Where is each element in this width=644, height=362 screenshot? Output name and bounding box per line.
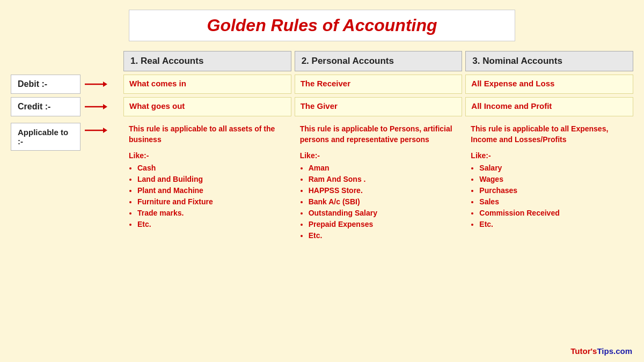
title-box: Golden Rules of Accounting	[129, 10, 515, 41]
debit-label: Debit :-	[11, 75, 80, 94]
svg-marker-1	[103, 82, 107, 87]
list-item: Sales	[479, 196, 628, 208]
credit-content: What goes out The Giver All Income and P…	[123, 97, 633, 116]
applicable-personal-desc: This rule is applicable to Persons, arti…	[295, 121, 463, 148]
applicable-row: Applicable to :- This rule is applicable…	[11, 121, 633, 243]
applicable-label: Applicable to :-	[11, 123, 80, 151]
col-header-nominal: 3. Nominal Accounts	[465, 51, 633, 71]
applicable-real-list: Like:- Cash Land and Building Plant and …	[123, 148, 291, 232]
list-item: Aman	[309, 162, 457, 174]
logo-tutor-text: Tutor's	[570, 346, 597, 356]
applicable-arrow	[80, 123, 111, 136]
like-label-personal: Like:-	[300, 150, 457, 161]
svg-marker-3	[103, 104, 107, 109]
headers-left-spacer	[11, 51, 123, 71]
list-item: HAPPSS Store.	[309, 185, 457, 196]
list-item: Ram And Sons .	[309, 174, 457, 185]
real-list: Cash Land and Building Plant and Machine…	[129, 162, 286, 230]
list-item: Salary	[479, 162, 628, 174]
list-item: Prepaid Expenses	[309, 219, 457, 230]
applicable-nominal-desc: This rule is applicable to all Expenses,…	[465, 121, 633, 148]
credit-label: Credit :-	[11, 97, 80, 116]
main-container: Golden Rules of Accounting 1. Real Accou…	[0, 0, 644, 362]
svg-marker-5	[103, 128, 107, 133]
list-item: Etc.	[479, 219, 628, 230]
applicable-real-col: This rule is applicable to all assets of…	[123, 121, 291, 232]
col-header-real: 1. Real Accounts	[123, 51, 291, 71]
applicable-real-desc: This rule is applicable to all assets of…	[123, 121, 291, 148]
debit-row: Debit :- What comes in The Receiver All …	[11, 75, 633, 94]
debit-content: What comes in The Receiver All Expense a…	[123, 75, 633, 94]
debit-arrow	[80, 79, 111, 90]
list-item: Commission Received	[479, 208, 628, 219]
credit-row: Credit :- What goes out The Giver All In…	[11, 97, 633, 116]
list-item: Etc.	[309, 230, 457, 241]
nominal-list: Salary Wages Purchases Sales Commission …	[471, 162, 628, 230]
credit-arrow	[80, 101, 111, 112]
bottom-logo: Tutor'sTips.com	[570, 346, 632, 356]
list-item: Outstanding Salary	[309, 208, 457, 219]
applicable-content: This rule is applicable to all assets of…	[123, 121, 633, 243]
applicable-arrow-icon	[84, 125, 107, 136]
list-item: Furniture and Fixture	[137, 196, 286, 208]
debit-row-left: Debit :-	[11, 75, 123, 94]
column-headers: 1. Real Accounts 2. Personal Accounts 3.…	[123, 51, 633, 71]
credit-personal: The Giver	[295, 97, 463, 116]
list-item: Wages	[479, 174, 628, 185]
debit-real: What comes in	[123, 75, 291, 94]
credit-nominal: All Income and Profit	[465, 97, 633, 116]
personal-list: Aman Ram And Sons . HAPPSS Store. Bank A…	[300, 162, 457, 241]
like-label-real: Like:-	[129, 150, 286, 161]
applicable-row-left: Applicable to :-	[11, 121, 123, 151]
credit-real: What goes out	[123, 97, 291, 116]
col-header-personal: 2. Personal Accounts	[295, 51, 463, 71]
like-label-nominal: Like:-	[471, 150, 628, 161]
page-title: Golden Rules of Accounting	[207, 16, 437, 35]
list-item: Trade marks.	[137, 208, 286, 219]
logo-tips-text: Tips.com	[597, 346, 632, 356]
list-item: Bank A/c (SBI)	[309, 196, 457, 208]
debit-arrow-icon	[84, 79, 107, 90]
debit-personal: The Receiver	[295, 75, 463, 94]
applicable-nominal-list: Like:- Salary Wages Purchases Sales Comm…	[465, 148, 633, 232]
debit-nominal: All Expense and Loss	[465, 75, 633, 94]
headers-row: 1. Real Accounts 2. Personal Accounts 3.…	[11, 51, 633, 71]
credit-arrow-icon	[84, 101, 107, 112]
list-item: Cash	[137, 162, 286, 174]
list-item: Etc.	[137, 219, 286, 230]
list-item: Plant and Machine	[137, 185, 286, 196]
credit-row-left: Credit :-	[11, 97, 123, 116]
applicable-personal-list: Like:- Aman Ram And Sons . HAPPSS Store.…	[295, 148, 463, 243]
applicable-nominal-col: This rule is applicable to all Expenses,…	[465, 121, 633, 232]
list-item: Land and Building	[137, 174, 286, 185]
applicable-personal-col: This rule is applicable to Persons, arti…	[295, 121, 463, 243]
list-item: Purchases	[479, 185, 628, 196]
